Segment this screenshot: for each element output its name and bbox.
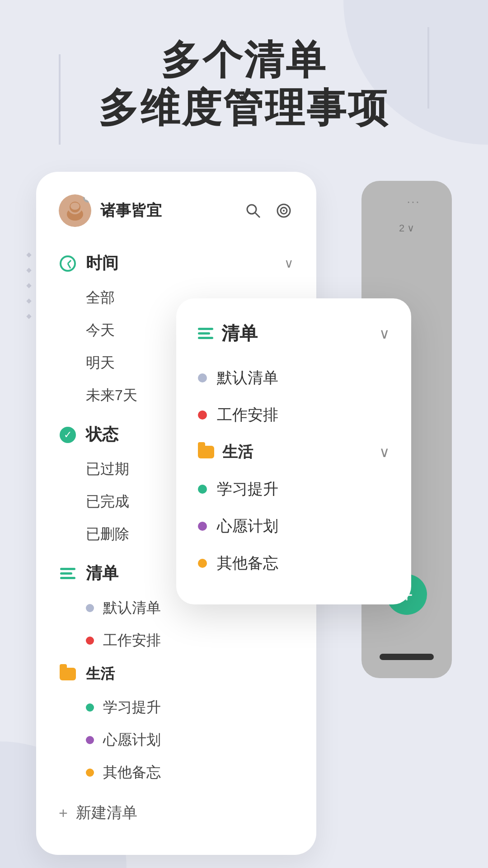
folder-life-header[interactable]: 生活 bbox=[59, 657, 294, 691]
overlay-chevron-icon: ∨ bbox=[379, 325, 389, 342]
overlay-section-title: 清单 bbox=[221, 321, 258, 346]
status-section-left: ✓ 状态 bbox=[59, 424, 118, 446]
overlay-section-left: 清单 bbox=[198, 321, 258, 346]
list-wish-item[interactable]: 心愿计划 bbox=[59, 724, 294, 756]
svg-point-9 bbox=[283, 210, 285, 212]
time-section-title: 时间 bbox=[86, 252, 118, 274]
status-section-title: 状态 bbox=[86, 424, 118, 446]
search-icon bbox=[245, 203, 261, 219]
page-title-line1: 多个清单 bbox=[36, 36, 452, 84]
folder-life-title: 生活 bbox=[86, 664, 115, 684]
overlay-default-dot bbox=[198, 373, 207, 382]
list-study-item[interactable]: 学习提升 bbox=[59, 691, 294, 724]
svg-point-5 bbox=[247, 205, 256, 214]
overlay-work-dot bbox=[198, 410, 207, 420]
svg-line-6 bbox=[255, 213, 260, 217]
overlay-work-label: 工作安排 bbox=[217, 405, 278, 425]
user-header: 诸事皆宜 bbox=[59, 194, 294, 227]
overlay-list-icon bbox=[198, 328, 213, 339]
list-memo-item[interactable]: 其他备忘 bbox=[59, 756, 294, 789]
overlay-wish-label: 心愿计划 bbox=[217, 516, 278, 537]
header-icons bbox=[243, 201, 294, 221]
overlay-folder-chevron-icon: ∨ bbox=[379, 443, 389, 461]
target-icon bbox=[276, 203, 292, 219]
back-panel-header: ··· bbox=[393, 194, 420, 209]
overlay-work-item[interactable]: 工作安排 bbox=[198, 396, 389, 434]
overlay-memo-dot bbox=[198, 559, 207, 568]
avatar[interactable] bbox=[59, 194, 91, 227]
overlay-study-item[interactable]: 学习提升 bbox=[198, 471, 389, 508]
overlay-folder-icon bbox=[198, 446, 214, 458]
folder-life-left: 生活 bbox=[59, 664, 115, 684]
list-wish-dot bbox=[86, 736, 94, 744]
overlay-panel: 清单 ∨ 默认清单 工作安排 生活 ∨ 学习提升 心愿计划 bbox=[176, 298, 411, 604]
list-section-title: 清单 bbox=[86, 562, 118, 585]
clock-icon bbox=[59, 255, 77, 273]
shield-icon bbox=[85, 194, 91, 201]
folder-icon bbox=[59, 665, 77, 683]
plus-icon: + bbox=[59, 804, 68, 822]
overlay-folder-title: 生活 bbox=[222, 442, 253, 462]
user-info: 诸事皆宜 bbox=[59, 194, 162, 227]
list-work-dot bbox=[86, 637, 94, 645]
panels-container: ··· 2 ∨ + bbox=[36, 172, 452, 841]
target-button[interactable] bbox=[274, 201, 294, 221]
overlay-memo-item[interactable]: 其他备忘 bbox=[198, 545, 389, 582]
list-section-left: 清单 bbox=[59, 562, 118, 585]
home-indicator bbox=[380, 654, 434, 660]
more-dots-icon: ··· bbox=[407, 194, 420, 209]
list-study-dot bbox=[86, 703, 94, 712]
overlay-default-label: 默认清单 bbox=[217, 368, 278, 388]
page-title-line2: 多维度管理事项 bbox=[36, 84, 452, 132]
overlay-study-dot bbox=[198, 485, 207, 494]
overlay-wish-item[interactable]: 心愿计划 bbox=[198, 508, 389, 545]
list-work-item[interactable]: 工作安排 bbox=[59, 624, 294, 657]
list-default-dot bbox=[86, 604, 94, 612]
search-button[interactable] bbox=[243, 201, 263, 221]
svg-point-4 bbox=[70, 203, 80, 210]
status-icon: ✓ bbox=[59, 426, 77, 444]
new-list-label: 新建清单 bbox=[76, 802, 137, 823]
overlay-study-label: 学习提升 bbox=[217, 479, 278, 500]
badge-count: 2 ∨ bbox=[399, 222, 414, 234]
list-icon bbox=[59, 565, 77, 583]
header: 多个清单 多维度管理事项 bbox=[0, 36, 488, 132]
time-section-left: 时间 bbox=[59, 252, 118, 274]
overlay-default-item[interactable]: 默认清单 bbox=[198, 359, 389, 396]
username: 诸事皆宜 bbox=[100, 200, 162, 221]
overlay-memo-label: 其他备忘 bbox=[217, 553, 278, 574]
overlay-wish-dot bbox=[198, 522, 207, 531]
overlay-folder-left: 生活 bbox=[198, 442, 253, 462]
overlay-folder-life[interactable]: 生活 ∨ bbox=[198, 434, 389, 471]
new-list-button[interactable]: + 新建清单 bbox=[59, 793, 294, 832]
list-memo-dot bbox=[86, 769, 94, 777]
time-chevron-icon: ∨ bbox=[284, 256, 294, 271]
time-section-header[interactable]: 时间 ∨ bbox=[59, 245, 294, 282]
overlay-section-header[interactable]: 清单 ∨ bbox=[198, 321, 389, 346]
